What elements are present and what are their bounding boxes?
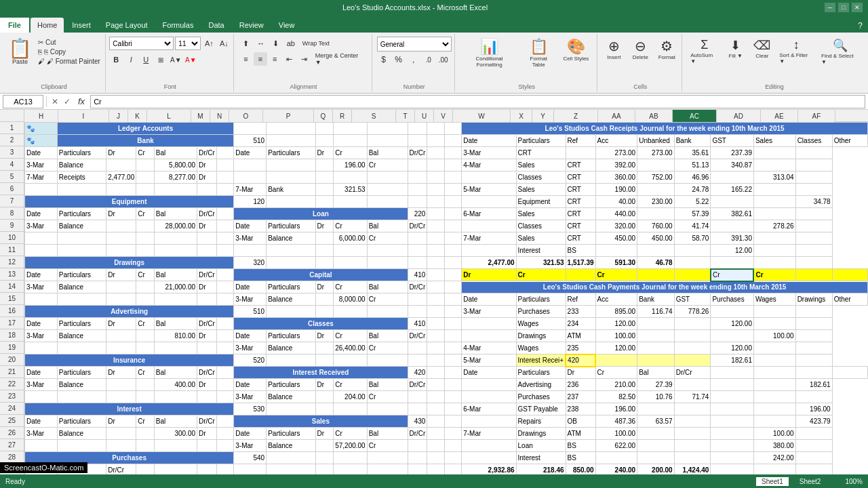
cell[interactable]: Wages [753,293,795,306]
cell[interactable] [444,354,461,367]
cell[interactable]: Balance [267,232,315,245]
cell[interactable] [25,232,58,245]
cell[interactable]: Bal [154,415,197,428]
cell[interactable]: 6-Mar [462,208,516,220]
cell[interactable]: 190.00 [595,184,637,196]
cell[interactable]: 3-Mar [25,428,58,440]
cell[interactable] [795,428,832,440]
tab-file[interactable]: File [0,18,29,33]
cell[interactable] [154,184,197,196]
cell[interactable]: 34.78 [795,196,832,208]
cell-reference-input[interactable]: AC13 [3,95,43,108]
cell[interactable]: Balance [57,220,106,232]
cell[interactable]: 204.00 [334,391,368,403]
cell[interactable] [444,159,461,171]
cell[interactable] [267,159,315,171]
cell[interactable]: 340.87 [711,159,754,171]
cell[interactable] [711,379,754,391]
cell[interactable] [216,428,233,440]
cell[interactable] [427,245,444,257]
cell[interactable] [267,171,315,184]
cell[interactable]: Other [832,135,867,147]
cell[interactable]: 182.61 [711,354,754,367]
cell[interactable] [136,391,155,403]
cell[interactable] [408,354,427,367]
cell[interactable]: Date [462,135,516,147]
cell[interactable]: Insurance [25,354,234,367]
cell[interactable]: 430 [408,415,427,428]
col-header-Q[interactable]: Q [314,110,333,122]
cell[interactable]: 57,200.00 [334,440,368,452]
cell[interactable]: BS [566,440,595,452]
cell[interactable]: ATM [566,330,595,342]
cell[interactable] [106,293,136,306]
cell[interactable] [315,306,334,318]
cell[interactable]: 410 [408,318,427,330]
cell[interactable]: 237 [566,391,595,403]
cell[interactable] [267,257,315,269]
find-select-btn[interactable]: 🔍 Find & Select ▼ [818,37,861,66]
cell[interactable] [216,318,233,330]
cell[interactable] [795,367,832,379]
cell[interactable]: Leo's Studios Cash Receipts Journal for … [462,123,868,135]
cell[interactable]: Dr [106,415,136,428]
cell[interactable] [216,379,233,391]
cell[interactable] [136,159,155,171]
cell[interactable] [367,171,408,184]
cell[interactable]: Advertising [516,379,566,391]
cell[interactable]: 82.50 [595,391,637,403]
cell[interactable] [367,257,408,269]
cell[interactable]: Particulars [57,367,106,379]
cell[interactable]: Balance [57,330,106,342]
cell[interactable]: 120.00 [595,342,637,354]
cell[interactable]: 196.00 [334,159,368,171]
cell[interactable]: GST Payable [516,403,566,415]
cell[interactable]: Particulars [267,428,315,440]
cell[interactable] [674,428,711,440]
cell[interactable] [315,403,334,415]
cell[interactable] [106,184,136,196]
cell[interactable] [637,318,675,330]
cell[interactable] [444,379,461,391]
col-header-R[interactable]: R [333,110,352,122]
cell[interactable]: Drawings [516,330,566,342]
cell[interactable]: 530 [234,403,267,415]
cell[interactable] [795,184,832,196]
cell[interactable]: Dr [106,367,136,379]
cell[interactable]: Wages [516,318,566,330]
cell[interactable] [267,123,315,135]
cell[interactable]: Cr [367,159,408,171]
col-header-AD[interactable]: AD [717,110,761,122]
cell[interactable]: Cr [334,379,368,391]
cell[interactable]: Particulars [267,379,315,391]
cell[interactable] [106,281,136,293]
border-button[interactable]: ⊞ [154,53,167,66]
cell[interactable]: CRT [566,171,595,184]
cell[interactable]: GST [674,293,711,306]
cell[interactable]: 622.00 [595,440,637,452]
cell[interactable]: 58.70 [674,232,711,245]
cell[interactable] [595,354,637,367]
cancel-formula-icon[interactable]: ✕ [50,97,60,106]
cell[interactable] [795,208,832,220]
cell[interactable] [136,281,155,293]
cell[interactable]: Date [234,147,267,159]
cell[interactable]: Interest Recei+ [516,354,566,367]
cell[interactable] [136,379,155,391]
cell[interactable]: Bal [637,367,675,379]
cell[interactable] [795,269,832,281]
cell[interactable] [427,135,444,147]
cell[interactable]: 100.00 [753,330,795,342]
cell[interactable] [216,208,233,220]
cell[interactable]: 234 [566,318,595,330]
cell[interactable] [106,220,136,232]
cell[interactable]: 7-Mar [25,171,58,184]
cell[interactable] [315,452,334,464]
col-header-T[interactable]: T [396,110,415,122]
cell[interactable]: Classes [516,171,566,184]
cell[interactable] [106,232,136,245]
tab-formulas[interactable]: Formulas [156,18,201,33]
cell[interactable] [711,220,754,232]
cell[interactable] [427,391,444,403]
cell-styles-btn[interactable]: 🎨 Cell Styles [559,37,593,63]
